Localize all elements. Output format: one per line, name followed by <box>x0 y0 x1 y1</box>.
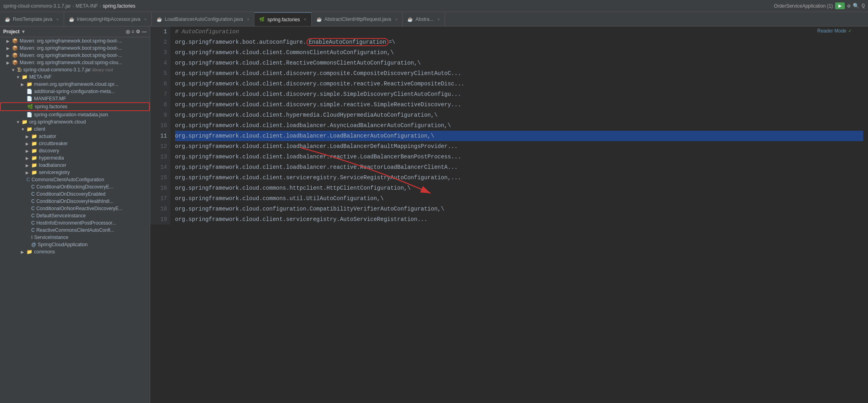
sidebar-header: Project ▾ ◎ ≡ ⚙ — <box>0 26 150 37</box>
ln-9: 9 <box>150 110 170 120</box>
tree-item-maven1[interactable]: ▶ 📦 Maven: org.springframework.boot:spri… <box>0 37 150 45</box>
tab-abstract-client[interactable]: ☕ AbstractClientHttpRequest.java × <box>312 12 403 26</box>
code-highlighted: LoadBalancerAutoConfiguration <box>330 133 427 139</box>
sidebar-dropdown-icon[interactable]: ▾ <box>22 29 24 34</box>
code-text: org.springframework.cloud.client.Commons… <box>175 49 394 56</box>
editor-area: Reader Mode ✓ 1 2 3 4 5 6 7 8 9 10 11 12… <box>150 26 868 403</box>
tree-item-conditional-non-reactive[interactable]: C ConditionalOnNonReactiveDiscoveryE... <box>0 205 150 212</box>
tree-item-host-info[interactable]: C HostInfoEnvironmentPostProcessor... <box>0 219 150 227</box>
tree-item-commons[interactable]: ▶ 📁 commons <box>0 248 150 255</box>
tree-arrow: ▶ <box>26 134 30 139</box>
tree-item-maven4[interactable]: ▶ 📦 Maven: org.springframework.cloud:spr… <box>0 59 150 66</box>
tree-item-actuator[interactable]: ▶ 📁 actuator <box>0 133 150 140</box>
java-inner-icon: C <box>31 206 35 211</box>
code-line-12: org.springframework.cloud.client.loadbal… <box>175 141 863 152</box>
sidebar-gear-icon[interactable]: ⚙ <box>136 29 140 34</box>
tree-label: SpringCloudApplication <box>38 242 88 247</box>
code-line-9: org.springframework.cloud.client.hyperme… <box>175 110 863 120</box>
folder-icon: 📁 <box>26 249 32 255</box>
ln-7: 7 <box>150 89 170 99</box>
ln-12: 12 <box>150 141 170 152</box>
folder-icon: 📁 <box>31 148 37 154</box>
tree-item-client[interactable]: ▼ 📁 client <box>0 126 150 133</box>
tab-rest[interactable]: ☕ RestTemplate.java × <box>0 12 64 26</box>
tab-spring-factories[interactable]: 🌿 spring.factories × <box>254 12 311 26</box>
tree-label: actuator <box>39 134 56 139</box>
tab-intercepting[interactable]: ☕ InterceptingHttpAccessor.java × <box>64 12 152 26</box>
tree-label: org.springframework.cloud <box>29 119 86 125</box>
tree-label: ConditionalOnNonReactiveDiscoveryE... <box>36 206 123 211</box>
java-inner-icon: C <box>31 184 35 190</box>
tab-abstract2[interactable]: ☕ Abstra... × <box>403 12 445 26</box>
code-line-5: org.springframework.cloud.client.discove… <box>175 68 863 79</box>
tab-loadbalancer[interactable]: ☕ LoadBalancerAutoConfiguration.java × <box>152 12 254 26</box>
abstract2-tab-close[interactable]: × <box>437 17 440 22</box>
editor-scroll[interactable]: 1 2 3 4 5 6 7 8 9 10 11 12 13 14 15 16 1… <box>150 26 868 403</box>
tree-label: spring-cloud-commons-3.1.7.jar library r… <box>23 67 113 73</box>
code-line-11: org.springframework.cloud.client.loadbal… <box>175 131 863 141</box>
folder-icon: 📁 <box>31 141 37 146</box>
tree-item-manifest[interactable]: 📄 MANIFEST.MF <box>0 95 150 102</box>
tree-item-spring-config-meta[interactable]: 📄 spring-configuration-metadata.json <box>0 111 150 118</box>
code-text: org.springframework.cloud.client.discove… <box>175 81 465 87</box>
search-icon[interactable]: 🔍 <box>853 3 859 9</box>
intercepting-tab-close[interactable]: × <box>144 17 147 22</box>
loadbalancer-tab-close[interactable]: × <box>247 17 250 22</box>
java-inner-icon: C <box>31 198 35 204</box>
code-line-14: org.springframework.cloud.client.loadbal… <box>175 162 863 172</box>
code-line-6: org.springframework.cloud.client.discove… <box>175 79 863 89</box>
sidebar-locate-icon[interactable]: ◎ <box>126 29 130 34</box>
tree-label: additional-spring-configuration-meta... <box>34 89 115 94</box>
tree-item-circuitbreaker[interactable]: ▶ 📁 circuitbreaker <box>0 140 150 147</box>
settings-icon[interactable]: ⚙ <box>847 3 850 9</box>
code-line-10: org.springframework.cloud.client.loadbal… <box>175 120 863 131</box>
abstract-client-tab-label: AbstractClientHttpRequest.java <box>324 16 391 22</box>
rest-tab-close[interactable]: × <box>56 17 59 22</box>
tree-item-loadbalancer[interactable]: ▶ 📁 loadbalancer <box>0 162 150 169</box>
tree-arrow: ▼ <box>21 127 26 132</box>
maven-icon: 📦 <box>12 60 18 65</box>
tree-item-service-instance[interactable]: I ServiceInstance <box>0 234 150 241</box>
tree-item-metainf[interactable]: ▼ 📁 META-INF <box>0 73 150 81</box>
loadbalancer-tab-icon: ☕ <box>157 17 162 22</box>
code-text: # AutoConfiguration <box>175 28 239 35</box>
tree-item-org-springframework[interactable]: ▼ 📁 org.springframework.cloud <box>0 118 150 126</box>
main-content: Project ▾ ◎ ≡ ⚙ — ▶ 📦 Maven: org.springf… <box>0 26 868 403</box>
code-text: org.springframework.cloud.client.loadbal… <box>175 143 458 150</box>
tree-item-default-service-instance[interactable]: C DefaultServiceInstance <box>0 212 150 219</box>
search-text-icon[interactable]: Q <box>862 3 865 9</box>
tree-item-maven3[interactable]: ▶ 📦 Maven: org.springframework.boot:spri… <box>0 52 150 59</box>
folder-icon: 📁 <box>26 81 32 87</box>
jar-icon: 🗜 <box>17 67 22 73</box>
tree-item-serviceregistry[interactable]: ▶ 📁 serviceregistry <box>0 169 150 176</box>
code-text: org.springframework.cloud.client.loadbal… <box>175 133 330 139</box>
sidebar-collapse-icon[interactable]: ≡ <box>131 29 134 34</box>
code-line-13: org.springframework.cloud.client.loadbal… <box>175 152 863 162</box>
tree-arrow: ▶ <box>21 250 26 254</box>
sidebar-minimize-icon[interactable]: — <box>142 29 147 34</box>
code-line-1: # AutoConfiguration <box>175 26 863 37</box>
tree-item-conditional-blocking[interactable]: C ConditionalOnBlockingDiscoveryE... <box>0 183 150 190</box>
java-inner-icon: C <box>31 220 35 226</box>
tree-item-hypermedia[interactable]: ▶ 📁 hypermedia <box>0 154 150 162</box>
tree-item-maven-folder[interactable]: ▶ 📁 maven.org.springframework.cloud.spr.… <box>0 81 150 88</box>
run-button[interactable]: ▶ <box>835 2 845 9</box>
rest-tab-label: RestTemplate.java <box>13 16 52 22</box>
spring-factories-tab-close[interactable]: × <box>304 17 306 22</box>
ln-13: 13 <box>150 152 170 162</box>
tree-item-spring-cloud-app[interactable]: @ SpringCloudApplication <box>0 241 150 248</box>
tree-item-spring-factories[interactable]: 🌿 spring.factories <box>0 102 150 111</box>
tree-item-commons-jar[interactable]: ▼ 🗜 spring-cloud-commons-3.1.7.jar libra… <box>0 66 150 73</box>
tree-label: client <box>34 126 45 132</box>
tree-item-maven2[interactable]: ▶ 📦 Maven: org.springframework.boot:spri… <box>0 45 150 52</box>
tree-item-commons-client-auto[interactable]: C CommonsClientAutoConfiguration <box>0 176 150 183</box>
tree-label: ServiceInstance <box>34 235 68 240</box>
tree-item-reactive-commons[interactable]: C ReactiveCommonsClientAutoConfi... <box>0 227 150 234</box>
tree-item-discovery[interactable]: ▶ 📁 discovery <box>0 147 150 154</box>
tree-item-conditional-discovery-enabled[interactable]: C ConditionalOnDiscoveryEnabled <box>0 190 150 198</box>
abstract-client-tab-close[interactable]: × <box>395 17 397 22</box>
tree-item-conditional-discovery-health[interactable]: C ConditionalOnDiscoveryHealthIndi... <box>0 198 150 205</box>
tree-item-additional-spring[interactable]: 📄 additional-spring-configuration-meta..… <box>0 88 150 95</box>
ln-16: 16 <box>150 183 170 193</box>
top-bar: spring-cloud-commons-3.1.7.jar › META-IN… <box>0 0 868 12</box>
